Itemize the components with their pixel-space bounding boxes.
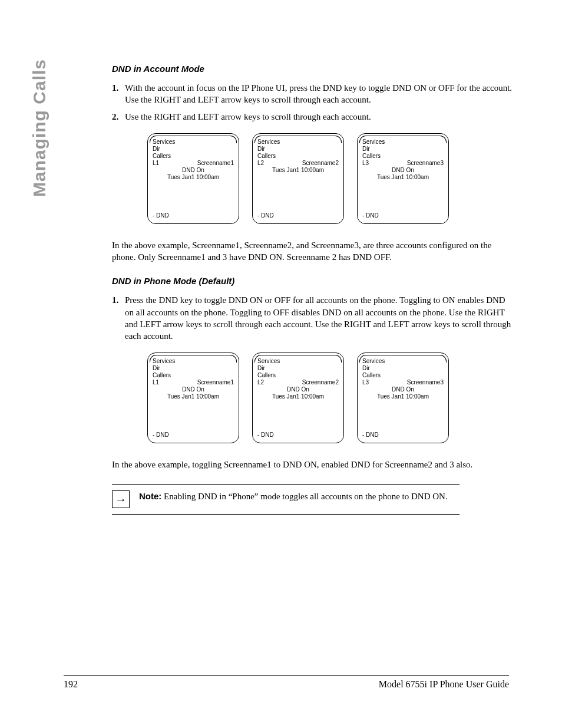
- screen-name: Screenname1: [197, 379, 234, 386]
- screen-line: L3: [362, 379, 369, 386]
- screen-line: L2: [257, 379, 264, 386]
- screen-callers: Callers: [153, 153, 234, 159]
- screen-line: L3: [362, 160, 369, 166]
- page-number: 192: [64, 679, 78, 690]
- screen-time: Tues Jan1 10:00am: [257, 167, 339, 173]
- screen-dnd: - DND: [362, 431, 379, 438]
- section2-screens: Services Dir Callers L1 Screenname1 DND …: [147, 353, 513, 443]
- note-body: Enabling DND in “Phone” mode toggles all…: [161, 492, 447, 501]
- section1-caption: In the above example, Screenname1, Scree…: [112, 239, 513, 263]
- screen-time: Tues Jan1 10:00am: [257, 393, 339, 400]
- section1-screens: Services Dir Callers L1 Screenname1 DND …: [147, 133, 513, 224]
- phone-screen: Services Dir Callers L2 Screenname2 DND …: [252, 353, 344, 443]
- screen-time: Tues Jan1 10:00am: [153, 174, 234, 180]
- screen-status: DND On: [153, 167, 234, 173]
- screen-dnd: - DND: [153, 212, 169, 219]
- screen-status: DND On: [362, 167, 444, 173]
- screen-services: Services: [153, 139, 234, 145]
- guide-title: Model 6755i IP Phone User Guide: [379, 679, 509, 690]
- screen-services: Services: [257, 358, 339, 364]
- screen-time: Tues Jan1 10:00am: [153, 393, 234, 400]
- note-block: → Note: Enabling DND in “Phone” mode tog…: [112, 484, 459, 515]
- phone-screen: Services Dir Callers L3 Screenname3 DND …: [357, 353, 449, 443]
- screen-services: Services: [257, 139, 339, 145]
- screen-dir: Dir: [362, 365, 444, 371]
- screen-line: L1: [153, 160, 159, 166]
- screen-line: L2: [257, 160, 264, 166]
- screen-time: Tues Jan1 10:00am: [362, 174, 444, 180]
- screen-status: DND On: [153, 386, 234, 393]
- screen-dir: Dir: [257, 365, 339, 371]
- phone-screen: Services Dir Callers L3 Screenname3 DND …: [357, 133, 449, 224]
- screen-dir: Dir: [153, 146, 234, 152]
- screen-status: DND On: [257, 386, 339, 393]
- screen-callers: Callers: [153, 372, 234, 378]
- note-text: Note: Enabling DND in “Phone” mode toggl…: [139, 490, 459, 508]
- screen-services: Services: [362, 358, 444, 364]
- screen-callers: Callers: [362, 372, 444, 378]
- arrow-right-icon: →: [112, 490, 130, 508]
- screen-dir: Dir: [257, 146, 339, 152]
- section1-heading: DND in Account Mode: [112, 64, 513, 74]
- screen-dnd: - DND: [257, 431, 274, 438]
- step-number: 1.: [112, 82, 125, 106]
- section1-step-2: 2. Use the RIGHT and LEFT arrow keys to …: [112, 111, 513, 123]
- step-number: 2.: [112, 111, 125, 123]
- step-number: 1.: [112, 294, 125, 342]
- step-text: Press the DND key to toggle DND ON or OF…: [125, 294, 513, 342]
- screen-dir: Dir: [153, 365, 234, 371]
- screen-services: Services: [362, 139, 444, 145]
- section2-heading: DND in Phone Mode (Default): [112, 276, 513, 286]
- section1-step-1: 1. With the account in focus on the IP P…: [112, 82, 513, 106]
- screen-dnd: - DND: [153, 431, 169, 438]
- phone-screen: Services Dir Callers L2 Screenname2 Tues…: [252, 133, 344, 224]
- section2-caption: In the above example, toggling Screennam…: [112, 459, 513, 470]
- phone-screen: Services Dir Callers L1 Screenname1 DND …: [147, 133, 239, 224]
- screen-dnd: - DND: [362, 212, 379, 219]
- screen-dir: Dir: [362, 146, 444, 152]
- page-footer: 192 Model 6755i IP Phone User Guide: [64, 675, 509, 690]
- screen-callers: Callers: [257, 153, 339, 159]
- screen-name: Screenname2: [302, 160, 339, 166]
- page-content: DND in Account Mode 1. With the account …: [112, 64, 513, 515]
- side-tab: Managing Calls: [29, 59, 49, 197]
- step-text: With the account in focus on the IP Phon…: [125, 82, 513, 106]
- screen-services: Services: [153, 358, 234, 364]
- screen-callers: Callers: [257, 372, 339, 378]
- screen-name: Screenname3: [407, 379, 444, 386]
- note-label: Note:: [139, 491, 161, 501]
- screen-time: Tues Jan1 10:00am: [362, 393, 444, 400]
- screen-callers: Callers: [362, 153, 444, 159]
- screen-name: Screenname2: [302, 379, 339, 386]
- screen-name: Screenname1: [197, 160, 234, 166]
- screen-line: L1: [153, 379, 159, 386]
- screen-dnd: - DND: [257, 212, 274, 219]
- screen-name: Screenname3: [407, 160, 444, 166]
- section2-step-1: 1. Press the DND key to toggle DND ON or…: [112, 294, 513, 342]
- step-text: Use the RIGHT and LEFT arrow keys to scr…: [125, 111, 513, 123]
- phone-screen: Services Dir Callers L1 Screenname1 DND …: [147, 353, 239, 443]
- screen-status: DND On: [362, 386, 444, 393]
